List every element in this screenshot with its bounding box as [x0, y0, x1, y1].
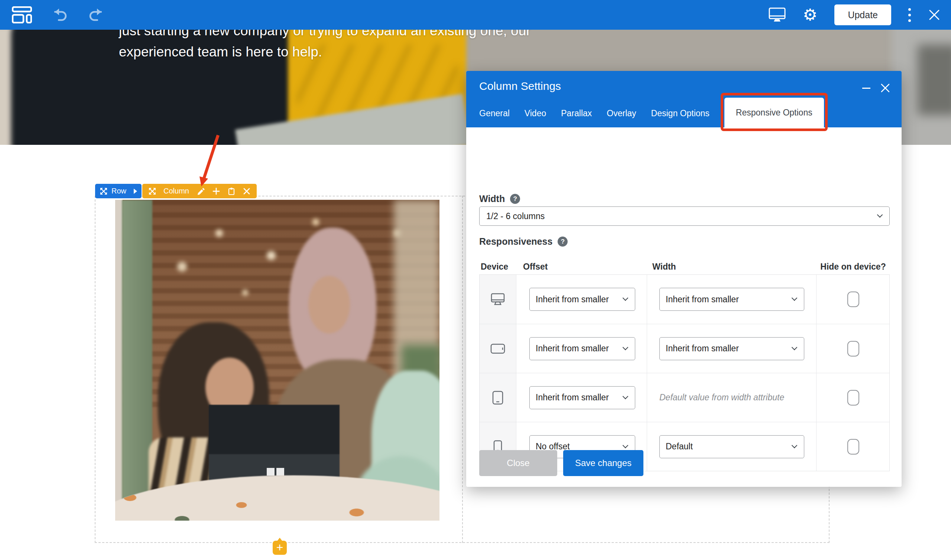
hide-on-phone-checkbox[interactable]	[847, 439, 859, 455]
offset-cell: Inherit from smaller	[516, 275, 647, 324]
hero-heading-text: just starting a new company or trying to…	[119, 30, 531, 62]
minimize-icon[interactable]	[862, 88, 870, 89]
chevron-down-icon	[792, 442, 797, 448]
hide-on-desktop-checkbox[interactable]	[847, 292, 859, 307]
column-dashed-divider	[462, 196, 463, 543]
device-cell	[480, 324, 516, 373]
responsiveness-table-body: Inherit from smaller Inherit from smalle…	[479, 274, 890, 471]
table-row-desktop: Inherit from smaller Inherit from smalle…	[480, 275, 889, 324]
close-modal-icon[interactable]	[880, 83, 891, 93]
device-cell	[480, 373, 516, 422]
photo-green-pillar	[122, 200, 152, 521]
undo-icon[interactable]	[51, 7, 68, 23]
hero-right-dark-blur	[917, 45, 951, 115]
chevron-down-icon	[623, 442, 629, 448]
photo-left-edge	[115, 200, 123, 521]
chevron-down-icon	[623, 344, 629, 350]
width-select-desktop[interactable]: Inherit from smaller	[659, 288, 804, 311]
modal-footer: Close Save changes	[479, 450, 643, 476]
element-toolbar: Row Column	[95, 184, 257, 198]
column-settings-modal: Column Settings General Video Parallax O…	[466, 71, 902, 487]
hide-cell	[817, 324, 890, 373]
update-button[interactable]: Update	[834, 5, 891, 25]
photo-hijab-woman-face	[308, 276, 350, 334]
offset-cell: Inherit from smaller	[516, 324, 647, 373]
modal-body: Width ? 1/2 - 6 columns Responsiveness ?…	[466, 128, 902, 487]
header-hide-on-device: Hide on device?	[817, 262, 890, 272]
save-changes-button[interactable]: Save changes	[563, 450, 643, 476]
width-select-phone[interactable]: Default	[659, 435, 804, 458]
offset-select-value: Inherit from smaller	[536, 294, 609, 305]
tab-design-options[interactable]: Design Options	[651, 100, 709, 128]
table-row-tablet-portrait: Inherit from smaller Default value from …	[480, 373, 889, 422]
responsiveness-help-icon[interactable]: ?	[558, 237, 568, 246]
move-column-icon[interactable]	[148, 187, 156, 195]
tab-parallax[interactable]: Parallax	[561, 100, 592, 128]
row-expand-chevron-icon[interactable]	[134, 189, 137, 194]
tablet-portrait-icon	[492, 391, 503, 405]
hide-cell	[817, 422, 890, 471]
redo-icon[interactable]	[88, 7, 105, 23]
width-select[interactable]: 1/2 - 6 columns	[479, 206, 890, 226]
width-cell: Inherit from smaller	[647, 324, 817, 373]
modal-header: Column Settings General Video Parallax O…	[466, 71, 902, 128]
chevron-down-icon	[792, 344, 797, 350]
header-offset: Offset	[516, 262, 647, 272]
responsiveness-label-text: Responsiveness	[479, 236, 552, 247]
width-field-label: Width ?	[479, 194, 520, 204]
settings-gear-icon[interactable]: ⚙	[803, 7, 817, 23]
hide-cell	[817, 275, 890, 324]
width-default-note: Default value from width attribute	[659, 392, 784, 403]
delete-column-x-icon[interactable]	[243, 187, 251, 195]
plus-icon: +	[276, 542, 283, 553]
tab-general[interactable]: General	[479, 100, 510, 128]
desktop-icon	[490, 292, 505, 306]
tab-video[interactable]: Video	[525, 100, 546, 128]
modal-window-controls	[862, 81, 891, 95]
device-cell	[480, 275, 516, 324]
chevron-down-icon	[877, 212, 883, 218]
width-label-text: Width	[479, 194, 505, 204]
hide-cell	[817, 373, 890, 422]
width-cell: Default	[647, 422, 817, 471]
tablet-landscape-icon	[490, 343, 505, 354]
width-help-icon[interactable]: ?	[510, 194, 520, 204]
offset-select-tablet-landscape[interactable]: Inherit from smaller	[529, 337, 635, 360]
chevron-down-icon	[623, 295, 629, 301]
close-button[interactable]: Close	[479, 450, 557, 476]
width-cell: Default value from width attribute	[647, 373, 817, 422]
chevron-down-icon	[623, 393, 629, 399]
hide-on-tablet-portrait-checkbox[interactable]	[847, 390, 859, 406]
row-toolbar-label: Row	[111, 187, 126, 195]
row-toolbar-segment[interactable]: Row	[95, 184, 142, 198]
offset-select-value: Inherit from smaller	[536, 392, 609, 403]
responsiveness-table-header: Device Offset Width Hide on device?	[479, 259, 890, 274]
annotation-arrow	[191, 130, 232, 189]
header-width: Width	[647, 262, 817, 272]
close-editor-icon[interactable]	[928, 9, 940, 21]
tab-responsive-options[interactable]: Responsive Options	[725, 98, 824, 128]
width-select-value: Inherit from smaller	[666, 294, 739, 305]
top-bar-right-group: ⚙ Update	[769, 5, 943, 25]
responsiveness-table: Device Offset Width Hide on device?	[479, 259, 890, 471]
preview-monitor-icon[interactable]	[769, 8, 786, 22]
table-row-tablet-landscape: Inherit from smaller Inherit from smalle…	[480, 324, 889, 373]
responsiveness-field-label: Responsiveness ?	[479, 236, 568, 247]
tab-overlay[interactable]: Overlay	[606, 100, 636, 128]
column-toolbar-label: Column	[163, 187, 189, 195]
modal-tabs: General Video Parallax Overlay Design Op…	[466, 100, 902, 128]
top-bar-left-group	[8, 6, 105, 23]
add-row-plus-button[interactable]: +	[273, 541, 287, 555]
offset-select-tablet-portrait[interactable]: Inherit from smaller	[529, 386, 635, 409]
offset-select-value: Inherit from smaller	[536, 343, 609, 354]
more-options-kebab-icon[interactable]	[908, 8, 911, 22]
modal-title: Column Settings	[479, 80, 561, 92]
hero-heading-line2: experienced team is here to help.	[119, 41, 531, 62]
layout-builder-icon[interactable]	[12, 6, 32, 23]
width-select-tablet-landscape[interactable]: Inherit from smaller	[659, 337, 804, 360]
hide-on-tablet-landscape-checkbox[interactable]	[847, 341, 859, 357]
content-image-two-women-laptop	[115, 200, 440, 521]
offset-select-desktop[interactable]: Inherit from smaller	[529, 288, 635, 311]
move-row-icon[interactable]	[100, 187, 108, 195]
width-select-value: 1/2 - 6 columns	[486, 211, 545, 222]
